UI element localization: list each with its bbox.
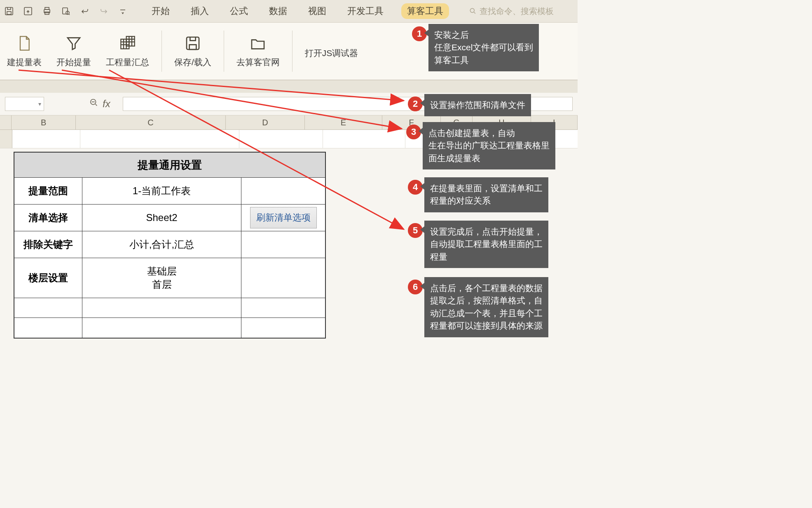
- menu-tabs: 开始 插入 公式 数据 视图 开发工具 算客工具: [148, 3, 449, 19]
- funnel-icon: [65, 34, 83, 52]
- tab-insert[interactable]: 插入: [187, 3, 212, 19]
- tab-start[interactable]: 开始: [148, 3, 173, 19]
- callout-3: 3点击创建提量表，自动 生在导出的广联达工程量表格里 面生成提量表: [406, 122, 555, 169]
- setting-btn-cell: [241, 178, 325, 204]
- quick-access-toolbar: 开始 插入 公式 数据 视图 开发工具 算客工具 查找命令、搜索模板: [0, 0, 578, 23]
- undo-icon[interactable]: [79, 5, 91, 17]
- name-box[interactable]: ▾: [5, 97, 44, 111]
- callout-4: 4在提量表里面，设置清单和工 程量的对应关系: [408, 177, 548, 212]
- svg-rect-4: [45, 7, 49, 9]
- svg-rect-5: [45, 12, 49, 14]
- callout-text: 点击创建提量表，自动 生在导出的广联达工程量表格里 面生成提量表: [423, 122, 555, 169]
- setting-label-range: 提量范围: [14, 178, 82, 204]
- zoom-out-icon[interactable]: [89, 98, 98, 110]
- svg-rect-6: [63, 8, 68, 14]
- svg-rect-0: [5, 7, 13, 15]
- save-icon[interactable]: [3, 5, 15, 17]
- save-load-button[interactable]: 保存/载入: [169, 31, 216, 71]
- share-icon[interactable]: [22, 5, 34, 17]
- settings-header: 提量通用设置: [14, 153, 325, 177]
- setting-label-list: 清单选择: [14, 205, 82, 231]
- setting-label-exclude: 排除关键字: [14, 231, 82, 258]
- callout-1: 1安装之后 任意Excel文件都可以看到 算客工具: [412, 24, 539, 71]
- start-extract-button[interactable]: 开始提量: [51, 31, 96, 71]
- col-header-e[interactable]: E: [305, 115, 383, 129]
- search-commands[interactable]: 查找命令、搜索模板: [469, 6, 554, 17]
- tab-view[interactable]: 视图: [305, 3, 330, 19]
- callout-text: 安装之后 任意Excel文件都可以看到 算客工具: [428, 24, 539, 71]
- tab-formula[interactable]: 公式: [227, 3, 251, 19]
- print-icon[interactable]: [41, 5, 53, 17]
- save-disk-icon: [184, 34, 202, 52]
- col-header-c[interactable]: C: [76, 115, 226, 129]
- settings-table: 提量通用设置 提量范围 1-当前工作表 清单选择 Sheet2 刷新清单选项 排…: [14, 152, 326, 339]
- redo-icon[interactable]: [98, 5, 110, 17]
- setting-value-exclude[interactable]: 小计,合计,汇总: [82, 231, 241, 258]
- svg-rect-1: [7, 12, 11, 14]
- open-debugger-button[interactable]: 打开JS调试器: [300, 40, 363, 62]
- callout-2: 2设置操作范围和清单文件: [408, 94, 531, 116]
- folder-icon: [249, 34, 267, 52]
- fx-label: fx: [103, 98, 110, 110]
- refresh-list-button[interactable]: 刷新清单选项: [250, 207, 317, 228]
- setting-value-floor[interactable]: 基础层 首层: [82, 258, 241, 298]
- callout-6: 6点击后，各个工程量表的数据 提取之后，按照清单格式，自 动汇总成一个表，并且每…: [408, 277, 548, 337]
- svg-point-8: [470, 8, 474, 12]
- setting-value-list[interactable]: Sheet2: [82, 205, 241, 231]
- setting-value-range[interactable]: 1-当前工作表: [82, 178, 241, 204]
- callout-text: 在提量表里面，设置清单和工 程量的对应关系: [424, 177, 548, 212]
- grid-sum-icon: [119, 34, 137, 52]
- summary-button[interactable]: 工程量汇总: [101, 31, 154, 71]
- tab-data[interactable]: 数据: [266, 3, 290, 19]
- select-all-corner[interactable]: [0, 115, 12, 129]
- setting-label-floor: 楼层设置: [14, 258, 82, 298]
- svg-rect-11: [187, 37, 199, 49]
- new-file-icon: [15, 34, 33, 52]
- tab-devtools[interactable]: 开发工具: [344, 3, 387, 19]
- callout-text: 设置操作范围和清单文件: [424, 94, 531, 116]
- svg-rect-9: [121, 39, 129, 49]
- callout-text: 设置完成后，点击开始提量， 自动提取工程量表格里面的工 程量: [424, 221, 548, 268]
- more-icon[interactable]: [117, 5, 129, 17]
- goto-website-button[interactable]: 去算客官网: [232, 31, 285, 71]
- callout-text: 点击后，各个工程量表的数据 提取之后，按照清单格式，自 动汇总成一个表，并且每个…: [424, 277, 548, 337]
- preview-icon[interactable]: [60, 5, 72, 17]
- create-table-button[interactable]: 建提量表: [2, 31, 47, 71]
- callout-5: 5设置完成后，点击开始提量， 自动提取工程量表格里面的工 程量: [408, 221, 548, 268]
- tab-suanke[interactable]: 算客工具: [401, 3, 449, 19]
- chevron-down-icon: ▾: [38, 101, 41, 107]
- col-header-d[interactable]: D: [226, 115, 305, 129]
- col-header-b[interactable]: B: [12, 115, 76, 129]
